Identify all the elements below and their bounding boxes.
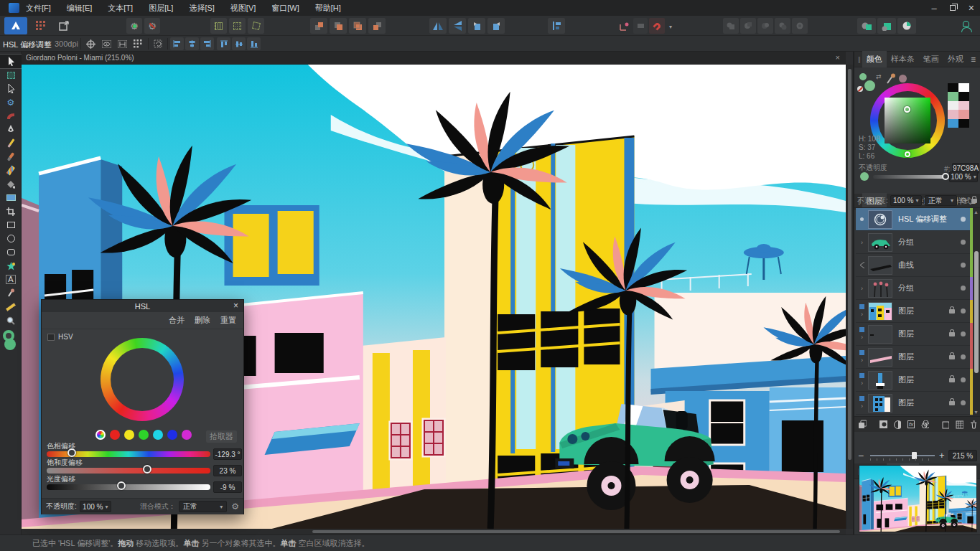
magenta-channel-swatch[interactable] (182, 430, 192, 440)
previous-color-swatch[interactable] (899, 75, 907, 83)
saturation-shift-thumb[interactable] (143, 465, 151, 474)
insert-behind-icon[interactable] (857, 18, 876, 34)
layers-blend-select[interactable]: 正常▾ (925, 195, 957, 206)
select-sampled-marquee-icon[interactable] (229, 18, 246, 34)
tab-swatches[interactable]: 样本条 (887, 51, 919, 67)
hsv-checkbox[interactable] (47, 334, 55, 341)
move-to-front-icon[interactable] (310, 18, 327, 34)
fill-color-swatch[interactable] (859, 73, 867, 80)
menu-file[interactable]: 文件[F] (26, 3, 51, 14)
designer-persona-button[interactable] (4, 17, 27, 34)
add-layer-icon[interactable] (942, 420, 949, 429)
hue-shift-slider[interactable] (47, 451, 210, 457)
pen-tool[interactable] (0, 123, 22, 136)
align-right-icon[interactable] (200, 37, 214, 50)
artboard-tool[interactable] (0, 68, 22, 82)
menu-text[interactable]: 文本[T] (108, 3, 133, 14)
align-middle-icon[interactable] (232, 37, 246, 50)
fill-stroke-swatch[interactable] (3, 330, 19, 352)
brush-tool[interactable] (0, 150, 22, 164)
expand-chevron[interactable]: › (861, 380, 863, 387)
rotate-ccw-icon[interactable] (468, 18, 485, 34)
hsl-dialog-titlebar[interactable]: HSL × (42, 300, 243, 312)
close-window-button[interactable]: × (969, 2, 974, 14)
luminosity-shift-slider[interactable] (47, 484, 210, 490)
live-filter-icon[interactable] (921, 420, 929, 428)
layer-lock-icon[interactable] (949, 401, 955, 405)
snapping-toggle-icon[interactable] (649, 18, 665, 34)
panel-opacity-thumb[interactable] (942, 173, 949, 180)
transform-origin-toggle-icon[interactable] (83, 37, 98, 50)
flip-vertical-icon[interactable] (449, 18, 466, 34)
layer-visibility-toggle[interactable] (961, 286, 966, 291)
point-transform-tool[interactable]: ⚙ (0, 95, 22, 109)
rotate-cw-icon[interactable] (487, 18, 505, 34)
restore-button[interactable] (950, 5, 956, 11)
horizontal-scrollbar[interactable] (22, 529, 846, 534)
vertical-scrollbar[interactable] (846, 65, 853, 529)
hsl-reset-button[interactable]: 重置 (220, 315, 236, 326)
blend-mode-select[interactable]: 正常▾ (179, 501, 227, 512)
fill-tool[interactable] (0, 177, 22, 191)
green-channel-swatch[interactable] (139, 430, 149, 440)
layer-visibility-toggle[interactable] (961, 377, 966, 382)
align-bottom-icon[interactable] (247, 37, 261, 50)
layer-visibility-toggle[interactable] (961, 331, 966, 336)
panel-opacity-slider[interactable] (873, 175, 946, 179)
layer-row-curve[interactable]: 曲线 (856, 254, 973, 277)
select-object-marquee-icon[interactable] (210, 18, 227, 34)
picker-button[interactable]: 拾取器 (206, 430, 237, 443)
layer-row-building2[interactable]: › 图层 (856, 392, 973, 415)
layers-scrollbar[interactable]: ▲ ▼ (973, 208, 980, 416)
expand-chevron[interactable]: › (861, 357, 863, 364)
layer-visibility-toggle[interactable] (961, 240, 966, 245)
layer-visibility-toggle[interactable] (961, 263, 966, 268)
shape-tool[interactable] (0, 259, 22, 273)
blue-channel-swatch[interactable] (167, 430, 177, 440)
saturation-shift-slider[interactable] (47, 468, 210, 474)
crop-tool[interactable] (0, 204, 22, 218)
hsl-dialog[interactable]: HSL × 合并 删除 重置 HSV 拾取器 色相偏移 -129.3 ° 饱和度… (41, 299, 244, 514)
color-wheel[interactable] (870, 83, 945, 158)
layer-row-road[interactable]: › 图层 (856, 346, 973, 369)
layer-row-hsl[interactable]: HSL 偏移调整 (856, 208, 973, 231)
export-persona-button[interactable] (55, 17, 73, 34)
luminosity-shift-value[interactable]: -9 % (213, 481, 242, 493)
zoom-in-button[interactable]: + (939, 450, 945, 461)
red-channel-swatch[interactable] (110, 430, 120, 440)
tab-color[interactable]: 颜色 (862, 51, 887, 67)
layers-gear-icon[interactable]: ⚙ (960, 196, 967, 205)
color-square-picker[interactable] (904, 106, 910, 113)
move-backward-icon[interactable] (349, 18, 366, 34)
pixel-persona-button[interactable] (32, 17, 50, 34)
alignment-icon[interactable] (548, 18, 565, 34)
snapping-dropdown-chevron[interactable]: ▾ (669, 24, 672, 30)
layer-row-group-palms[interactable]: › 分组 (856, 277, 973, 300)
delete-layer-icon[interactable] (970, 420, 976, 429)
mask-layer-icon[interactable] (879, 420, 887, 428)
layer-lock-icon[interactable] (949, 332, 955, 336)
rounded-rectangle-tool[interactable] (0, 245, 22, 259)
saturation-shift-value[interactable]: 23 % (213, 465, 242, 476)
swap-colors-icon[interactable]: ⇄ (876, 73, 882, 80)
align-left-icon[interactable] (170, 37, 184, 50)
hsl-close-icon[interactable]: × (233, 301, 238, 311)
add-pixel-layer-icon[interactable] (956, 420, 963, 429)
hue-ring-marker[interactable] (905, 151, 910, 157)
layers-opacity-select[interactable]: 100 %▾ (890, 195, 922, 206)
document-close-icon[interactable]: × (836, 53, 840, 62)
layer-visibility-toggle[interactable] (961, 400, 966, 405)
layer-row-group-car[interactable]: › 分组 (856, 231, 973, 254)
panel-opacity-value[interactable]: 100 %▾ (949, 171, 978, 182)
cycle-selection-box-icon[interactable] (151, 37, 165, 50)
color-square[interactable] (885, 98, 930, 143)
zoom-tool[interactable] (0, 314, 22, 327)
rotate-selection-marquee-icon[interactable] (248, 18, 264, 34)
dialog-opacity-select[interactable]: 100 %▾ (80, 501, 111, 512)
place-image-tool[interactable] (0, 191, 22, 204)
layer-effects-icon[interactable]: fx (907, 420, 915, 428)
layer-visibility-toggle[interactable] (961, 309, 966, 314)
stroke-color-swatch[interactable] (864, 80, 875, 91)
layer-visibility-toggle[interactable] (961, 217, 966, 222)
layers-lock-icon[interactable] (971, 199, 977, 203)
